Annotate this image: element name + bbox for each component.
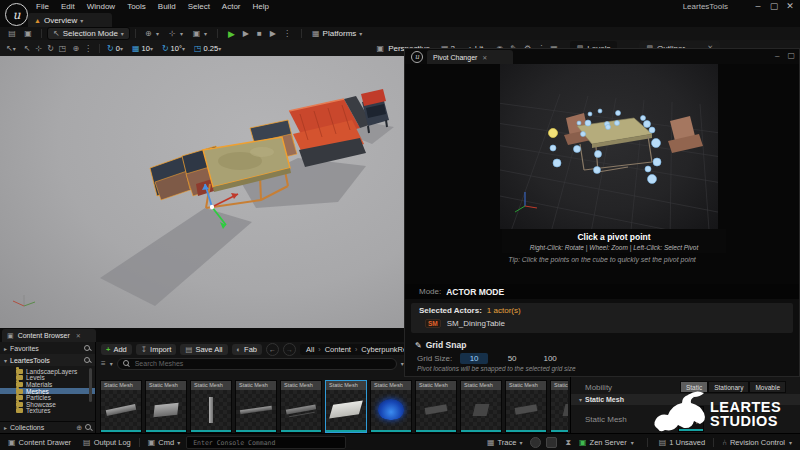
viewport-camera-icon[interactable]: ▣	[377, 44, 385, 53]
play-options-icon[interactable]: ⋮	[283, 29, 291, 38]
surface-snap-icon[interactable]: ↻	[107, 44, 114, 53]
asset-tile[interactable]: Static Mesh	[505, 380, 547, 433]
asset-tile[interactable]: Static Mesh	[460, 380, 502, 433]
fab-button[interactable]: ◐ Fab	[232, 344, 262, 355]
menu-select[interactable]: Select	[182, 0, 216, 13]
search-icon[interactable]	[85, 424, 92, 431]
frame-skip-button[interactable]: ▶	[243, 29, 249, 38]
menu-edit[interactable]: Edit	[55, 0, 81, 13]
search-icon[interactable]	[84, 345, 91, 352]
selected-actor-row[interactable]: SM SM_DiningTable	[411, 317, 793, 330]
minimize-icon[interactable]: –	[775, 51, 779, 60]
grid-snap-icon[interactable]: ▦	[132, 44, 140, 53]
play-button[interactable]: ▶	[228, 29, 235, 39]
trace-button[interactable]: Trace	[497, 438, 516, 447]
mobility-stationary[interactable]: Stationary	[708, 381, 749, 393]
crumb-all[interactable]: All	[306, 345, 314, 354]
scale-tool-icon[interactable]: ◳	[59, 44, 67, 53]
content-drawer-button[interactable]: Content Drawer	[19, 438, 72, 447]
stop-button[interactable]: ■	[257, 29, 262, 38]
chevron-down-icon[interactable]: ▾	[180, 30, 183, 37]
save-icon[interactable]: ▤	[4, 29, 20, 38]
grid-size-10[interactable]: 10	[460, 353, 488, 364]
mobility-static[interactable]: Static	[680, 381, 708, 393]
menu-file[interactable]: File	[30, 0, 55, 13]
save-all-button[interactable]: ▤ Save All	[180, 344, 227, 355]
cinematics-icon[interactable]: ▣	[189, 29, 204, 38]
grid-size-50[interactable]: 50	[498, 353, 526, 364]
tab-content-browser[interactable]: ▣ Content Browser ✕	[2, 329, 96, 342]
collections-row[interactable]: ▸ Collections ⊕	[0, 421, 96, 433]
root-folder-row[interactable]: ▾ LeartesTools	[0, 354, 95, 366]
forward-button[interactable]: →	[283, 343, 296, 356]
folder-textures[interactable]: Textures	[0, 408, 95, 415]
cmd-selector[interactable]: Cmd	[158, 438, 174, 447]
tab-pivot-changer[interactable]: Pivot Changer ✕	[427, 50, 513, 64]
asset-tile[interactable]: Static Mesh	[550, 380, 568, 433]
back-button[interactable]: ←	[266, 343, 279, 356]
chevron-down-icon[interactable]: ▾	[156, 30, 159, 37]
import-button[interactable]: ↧ Import	[136, 344, 177, 355]
asset-tile[interactable]: Static Mesh	[280, 380, 322, 433]
status-icon-2[interactable]	[546, 437, 557, 448]
output-log-button[interactable]: Output Log	[94, 438, 131, 447]
static-mesh-section-header[interactable]: ▾ Static Mesh	[571, 394, 800, 405]
chevron-down-icon[interactable]: ▾	[359, 30, 362, 37]
search-field[interactable]	[117, 358, 397, 370]
viewport-menu-icon[interactable]: ↖	[6, 44, 13, 53]
favorites-row[interactable]: ▸ Favorites	[0, 342, 95, 354]
platforms-label[interactable]: Platforms	[323, 29, 357, 38]
main-viewport[interactable]	[0, 56, 404, 332]
restore-icon[interactable]: ▢	[787, 51, 795, 60]
menu-help[interactable]: Help	[247, 0, 275, 13]
move-tool-icon[interactable]: ⊹	[35, 44, 42, 53]
asset-tile[interactable]: Static Mesh	[370, 380, 412, 433]
minimize-button[interactable]: –	[750, 1, 766, 12]
tool-options-icon[interactable]: ⋮	[84, 44, 92, 53]
asset-tile[interactable]: Static Mesh	[190, 380, 232, 433]
selection-mode-button[interactable]: ↖ Selection Mode ▾	[47, 27, 130, 40]
zen-server-button[interactable]: Zen Server	[590, 438, 627, 447]
menu-tools[interactable]: Tools	[121, 0, 152, 13]
menu-build[interactable]: Build	[152, 0, 182, 13]
crumb-content[interactable]: Content	[325, 345, 351, 354]
tree-scrollbar[interactable]	[89, 368, 92, 402]
blueprints-icon[interactable]: ⊹	[165, 29, 180, 38]
tab-overview[interactable]: ▲ Overview ▾	[28, 13, 112, 27]
pivot-preview-viewport[interactable]	[500, 64, 718, 229]
select-tool-icon[interactable]: ↖	[24, 44, 31, 53]
folder-landscaeplayers[interactable]: LandscaepLayers	[0, 368, 95, 375]
unreal-logo-icon[interactable]: u	[5, 3, 28, 26]
status-icon-1[interactable]	[530, 437, 541, 448]
console-input[interactable]	[191, 438, 341, 448]
eject-button[interactable]: ▶	[270, 29, 276, 38]
menu-actor[interactable]: Actor	[216, 0, 247, 13]
static-mesh-thumbnail[interactable]	[678, 406, 704, 432]
asset-tile[interactable]: Static Mesh	[235, 380, 277, 433]
asset-tile[interactable]: Static Mesh	[145, 380, 187, 433]
close-icon[interactable]: ✕	[482, 54, 487, 61]
maximize-button[interactable]: ▢	[766, 1, 782, 12]
mobility-movable[interactable]: Movable	[749, 381, 786, 393]
browse-icon[interactable]: ▣	[20, 29, 36, 38]
grid-snap-value[interactable]: 10	[142, 44, 150, 53]
add-actor-icon[interactable]: ⊕	[141, 29, 156, 38]
chevron-down-icon[interactable]: ▾	[204, 30, 207, 37]
console-command-field[interactable]	[186, 436, 346, 449]
highlighted-pivot-sphere[interactable]	[549, 129, 558, 138]
asset-tile[interactable]: Static Mesh	[415, 380, 457, 433]
scale-snap-value[interactable]: 0.25	[204, 44, 219, 53]
asset-tile[interactable]: Static Mesh	[325, 380, 367, 433]
search-icon[interactable]	[84, 357, 91, 364]
menu-window[interactable]: Window	[81, 0, 121, 13]
add-collection-icon[interactable]: ⊕	[76, 424, 82, 432]
add-button[interactable]: + Add	[101, 344, 132, 355]
grid-size-100[interactable]: 100	[536, 353, 564, 364]
rotation-snap-icon[interactable]: ↻	[162, 44, 169, 53]
filter-icon[interactable]: ≡	[101, 359, 106, 368]
scale-snap-icon[interactable]: ◳	[194, 44, 202, 53]
revision-control-button[interactable]: Revision Control	[730, 438, 785, 447]
asset-tile[interactable]: Static Mesh	[100, 380, 142, 433]
close-button[interactable]: ✕	[782, 1, 798, 12]
rotate-tool-icon[interactable]: ↻	[47, 44, 54, 53]
